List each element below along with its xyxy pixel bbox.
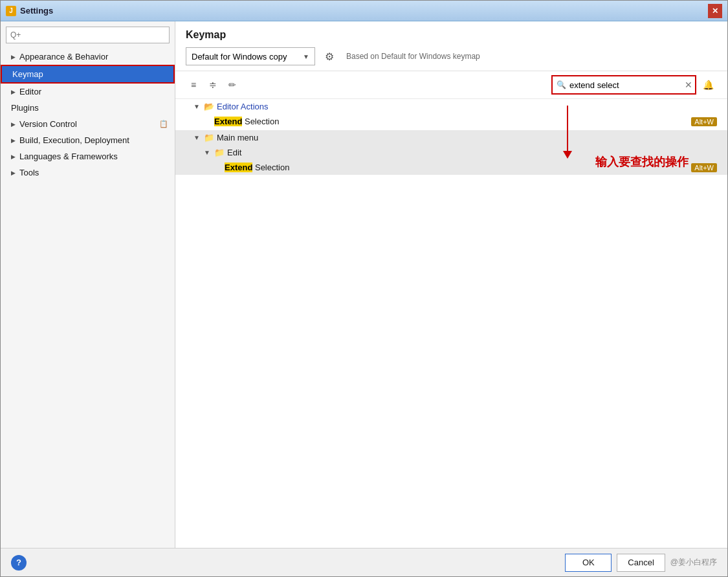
sidebar-item-version-control[interactable]: ▶ Version Control 📋 [1,116,175,132]
search-area: 🔍 ✕ 🔔 [551,75,717,95]
extend-selection-1-label: Extend Selection [214,117,691,126]
sidebar-item-plugins[interactable]: Plugins [1,100,175,116]
search-clear-button[interactable]: ✕ [685,80,692,90]
based-on-label: Based on Default for Windows keymap [346,52,480,61]
selection-text-2: Selection [252,163,289,172]
edit-label: Edit [227,148,717,157]
ok-button[interactable]: OK [565,554,612,572]
collapse-all-icon: ≑ [209,80,217,90]
highlight-extend-2: Extend [225,163,252,172]
sidebar-search [1,21,175,49]
sidebar-item-keymap[interactable]: Keymap [1,65,175,84]
keymap-toolbar: ≡ ≑ ✏ 🔍 ✕ 🔔 [175,71,727,99]
settings-window: J Settings ✕ ▶ Appearance & Behavior Key… [0,0,728,577]
search-icon: 🔍 [557,80,566,89]
keymap-controls: Default for Windows copy ▼ ⚙ Based on De… [186,47,717,65]
chevron-icon: ▶ [11,89,16,95]
chevron-icon: ▶ [11,121,16,128]
close-button[interactable]: ✕ [708,4,722,18]
extend-selection-2-label: Extend Selection [225,163,691,172]
tree-group-main-menu: ▼ 📁 Main menu ▼ 📁 Edit ▼ Extend Selectio… [175,130,727,175]
keymap-header: Keymap Default for Windows copy ▼ ⚙ Base… [175,21,727,71]
expand-all-button[interactable]: ≡ [186,77,201,93]
page-title: Keymap [186,29,717,41]
app-icon: J [6,6,16,16]
main-menu-label: Main menu [217,133,717,142]
sidebar-item-tools[interactable]: ▶ Tools [1,164,175,181]
edit-button[interactable]: ✏ [225,77,240,93]
selection-text: Selection [242,117,279,126]
dropdown-arrow-icon: ▼ [303,53,309,60]
sidebar-item-appearance[interactable]: ▶ Appearance & Behavior [1,49,175,65]
cancel-button[interactable]: Cancel [617,554,665,572]
tree-group-editor-actions: ▼ 📂 Editor Actions ▼ Extend Selection Al… [175,99,727,129]
search-options-button[interactable]: 🔔 [699,76,717,94]
highlight-extend: Extend [214,117,242,126]
gear-button[interactable]: ⚙ [320,47,338,65]
folder-icon: 📁 [214,148,225,157]
chevron-icon: ▼ [193,134,201,141]
chevron-icon: ▼ [193,103,201,110]
tree-item-extend-selection-2[interactable]: ▼ Extend Selection Alt+W [175,160,727,175]
chevron-icon: ▶ [11,137,16,144]
sidebar-item-build[interactable]: ▶ Build, Execution, Deployment [1,132,175,148]
watermark-text: @姜小白程序 [670,557,717,568]
shortcut-badge-1: Alt+W [691,117,717,126]
chevron-icon: ▶ [11,153,16,160]
bottom-bar: ? OK Cancel @姜小白程序 [1,548,727,576]
expand-all-icon: ≡ [191,80,196,90]
shortcut-badge-2: Alt+W [691,163,717,172]
sidebar-item-languages[interactable]: ▶ Languages & Frameworks [1,148,175,164]
editor-actions-label: Editor Actions [217,102,717,111]
help-button[interactable]: ? [11,555,27,571]
tree-item-editor-actions[interactable]: ▼ 📂 Editor Actions [175,99,727,114]
title-bar: J Settings ✕ [1,1,727,21]
tree-scroll-area[interactable]: ▼ 📂 Editor Actions ▼ Extend Selection Al… [175,99,727,548]
search-input[interactable] [553,76,695,93]
sidebar-search-input[interactable] [6,27,170,43]
window-title: Settings [20,6,708,16]
edit-icon: ✏ [228,80,236,90]
collapse-all-button[interactable]: ≑ [205,77,221,93]
main-content: ▶ Appearance & Behavior Keymap ▶ Editor … [1,21,727,548]
tree-item-main-menu[interactable]: ▼ 📁 Main menu [175,130,727,145]
sidebar-item-editor[interactable]: ▶ Editor [1,84,175,100]
chevron-icon: ▶ [11,54,16,60]
tree-item-edit[interactable]: ▼ 📁 Edit [175,145,727,160]
sidebar: ▶ Appearance & Behavior Keymap ▶ Editor … [1,21,175,548]
chevron-icon: ▼ [204,149,212,156]
folder-icon: 📂 [204,102,214,111]
tree-item-extend-selection-1[interactable]: ▼ Extend Selection Alt+W [175,114,727,129]
keymap-dropdown[interactable]: Default for Windows copy ▼ [186,47,315,65]
chevron-icon: ▶ [11,170,16,176]
folder-icon: 📁 [204,133,214,142]
main-panel: Keymap Default for Windows copy ▼ ⚙ Base… [175,21,727,548]
search-input-wrapper: 🔍 ✕ [553,76,695,93]
